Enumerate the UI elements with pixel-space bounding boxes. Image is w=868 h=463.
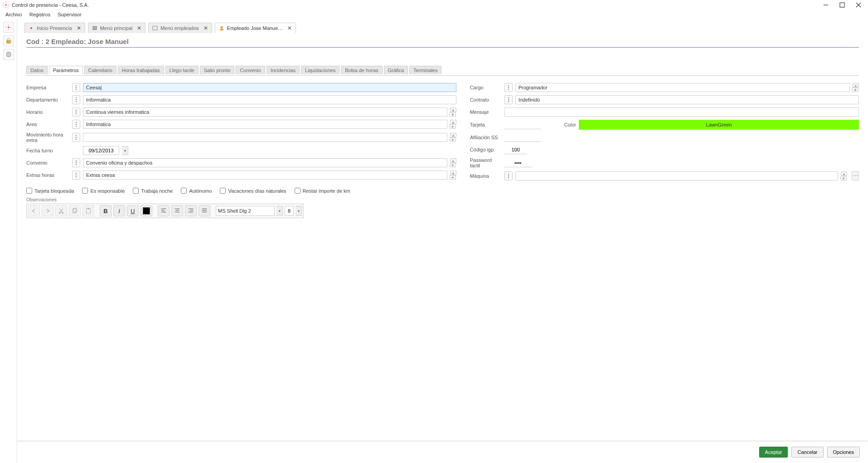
picker-contrato[interactable] xyxy=(504,95,513,104)
close-icon[interactable]: ✕ xyxy=(204,25,208,31)
label-password: Password tactil xyxy=(470,157,502,168)
horario-up[interactable]: ▲ xyxy=(450,107,456,112)
area-down[interactable]: ▼ xyxy=(450,124,456,129)
subtab-grafica[interactable]: Gráfica xyxy=(384,66,408,74)
picker-departamento[interactable] xyxy=(72,95,80,104)
rte-undo-icon[interactable] xyxy=(28,205,40,216)
extras-down[interactable]: ▼ xyxy=(450,175,456,180)
close-icon[interactable]: ✕ xyxy=(137,25,141,31)
tab-menu-principal[interactable]: Menú principal ✕ xyxy=(88,23,146,33)
picker-empresa[interactable] xyxy=(72,83,80,92)
mov-extra-down[interactable]: ▼ xyxy=(450,137,456,142)
input-tarjeta[interactable] xyxy=(504,120,541,129)
rte-underline-button[interactable]: U xyxy=(127,205,139,216)
rte-bold-button[interactable]: B xyxy=(100,205,112,216)
input-horario[interactable] xyxy=(83,107,447,117)
check-trabaja-noche[interactable]: Trabaja noche xyxy=(133,188,173,194)
close-icon[interactable]: ✕ xyxy=(287,25,292,31)
rte-redo-icon[interactable] xyxy=(42,205,53,216)
check-autonomo[interactable]: Autónomo xyxy=(181,188,212,194)
subtab-terminales[interactable]: Terminales xyxy=(409,66,441,74)
subtab-parametros[interactable]: Parámetros xyxy=(49,66,83,74)
area-up[interactable]: ▲ xyxy=(450,120,456,124)
tab-inicio-presencia[interactable]: Inicio Presencia ✕ xyxy=(24,23,85,33)
maquina-extra-button[interactable]: ⋯ xyxy=(852,171,859,180)
opciones-button[interactable]: Opciones xyxy=(827,447,860,458)
input-cargo[interactable] xyxy=(515,83,850,92)
maquina-down[interactable]: ▼ xyxy=(840,176,847,180)
convenio-up[interactable]: ▲ xyxy=(450,158,456,163)
rte-color-button[interactable] xyxy=(141,205,152,216)
extras-up[interactable]: ▲ xyxy=(450,171,456,175)
input-afiliacion-ss[interactable] xyxy=(504,133,541,142)
input-departamento[interactable] xyxy=(83,95,456,104)
check-es-responsable[interactable]: Es responsable xyxy=(82,188,125,194)
picker-mov-extra[interactable] xyxy=(72,133,80,142)
subtab-incidencias[interactable]: Incidencias xyxy=(267,66,300,74)
input-empresa[interactable] xyxy=(83,83,456,92)
subtab-horas-trabajadas[interactable]: Horas trabajadas xyxy=(118,66,164,74)
check-vacaciones-naturales[interactable]: Vacaciones días naturales xyxy=(220,188,286,194)
picker-maquina[interactable] xyxy=(504,171,513,180)
cargo-up[interactable]: ▲ xyxy=(853,83,859,88)
subtab-convenio[interactable]: Convenio xyxy=(236,66,265,74)
cancelar-button[interactable]: Cancelar xyxy=(791,447,823,458)
input-codigo-igp[interactable] xyxy=(504,145,527,154)
subtab-liquidaciones[interactable]: Liquidaciones xyxy=(301,66,339,74)
input-convenio[interactable] xyxy=(83,158,447,167)
subtab-salio-pronto[interactable]: Salio pronto xyxy=(200,66,235,74)
rte-align-right-button[interactable] xyxy=(185,205,197,216)
input-mensaje[interactable] xyxy=(504,107,859,117)
convenio-down[interactable]: ▼ xyxy=(450,163,456,167)
input-fecha-turno[interactable] xyxy=(83,146,119,155)
subtab-calendario[interactable]: Calendario xyxy=(84,66,116,74)
input-password[interactable] xyxy=(504,158,532,167)
color-swatch[interactable]: LawnGreen xyxy=(579,120,859,130)
rte-align-left-button[interactable] xyxy=(158,205,170,216)
horario-down[interactable]: ▼ xyxy=(450,112,456,117)
rte-align-justify-button[interactable] xyxy=(199,205,210,216)
picker-cargo[interactable] xyxy=(504,83,513,92)
check-restar-km[interactable]: Restar importe de km xyxy=(295,188,350,194)
fecha-turno-dropdown[interactable]: ▾ xyxy=(122,146,128,155)
rte-size-select[interactable] xyxy=(285,206,294,216)
maximize-button[interactable] xyxy=(839,2,845,8)
input-mov-extra[interactable] xyxy=(83,133,447,142)
mov-extra-up[interactable]: ▲ xyxy=(450,133,456,137)
input-maquina[interactable] xyxy=(515,171,838,180)
minimize-button[interactable] xyxy=(823,2,829,8)
rte-cut-icon[interactable] xyxy=(55,205,67,216)
svg-rect-10 xyxy=(840,3,844,7)
rte-italic-button[interactable]: I xyxy=(113,205,125,216)
input-contrato[interactable] xyxy=(515,95,859,104)
cargo-down[interactable]: ▼ xyxy=(852,88,858,92)
rte-align-center-button[interactable] xyxy=(171,205,183,216)
aceptar-button[interactable]: Aceptar xyxy=(759,447,788,458)
maquina-up[interactable]: ▲ xyxy=(841,171,847,176)
side-tool-db-icon[interactable] xyxy=(3,49,14,60)
subtab-datos[interactable]: Datos xyxy=(26,66,48,74)
rte-copy-icon[interactable] xyxy=(69,205,81,216)
picker-horario[interactable] xyxy=(72,107,80,117)
subtab-llego-tarde[interactable]: Llego tarde xyxy=(165,66,199,74)
picker-extras-horas[interactable] xyxy=(72,171,80,180)
rte-font-dropdown[interactable]: ▾ xyxy=(276,206,283,216)
input-extras-horas[interactable] xyxy=(83,171,447,180)
tab-menu-empleados[interactable]: Menú empleados ✕ xyxy=(148,23,212,33)
rte-size-dropdown[interactable]: ▾ xyxy=(296,206,302,216)
subtab-bolsa-horas[interactable]: Bolsa de horas xyxy=(341,66,382,74)
menu-registros[interactable]: Registros xyxy=(26,11,54,18)
close-icon[interactable]: ✕ xyxy=(77,25,81,31)
rte-font-select[interactable]: MS Shell Dlg 2 xyxy=(216,206,275,216)
check-tarjeta-bloqueada[interactable]: Tarjeta bloqueada xyxy=(26,188,74,194)
tab-empleado-detail[interactable]: Empleado Jose Manue… ✕ xyxy=(215,23,296,33)
close-button[interactable] xyxy=(855,2,862,8)
side-tool-lock-icon[interactable] xyxy=(3,35,14,46)
input-area[interactable] xyxy=(83,120,447,129)
menu-archivo[interactable]: Archivo xyxy=(2,11,26,18)
rte-paste-icon[interactable] xyxy=(82,205,94,216)
side-tool-presence-icon[interactable] xyxy=(3,22,14,33)
picker-area[interactable] xyxy=(72,120,80,129)
picker-convenio[interactable] xyxy=(72,158,80,167)
menu-supervisor[interactable]: Supervisor xyxy=(54,11,85,18)
